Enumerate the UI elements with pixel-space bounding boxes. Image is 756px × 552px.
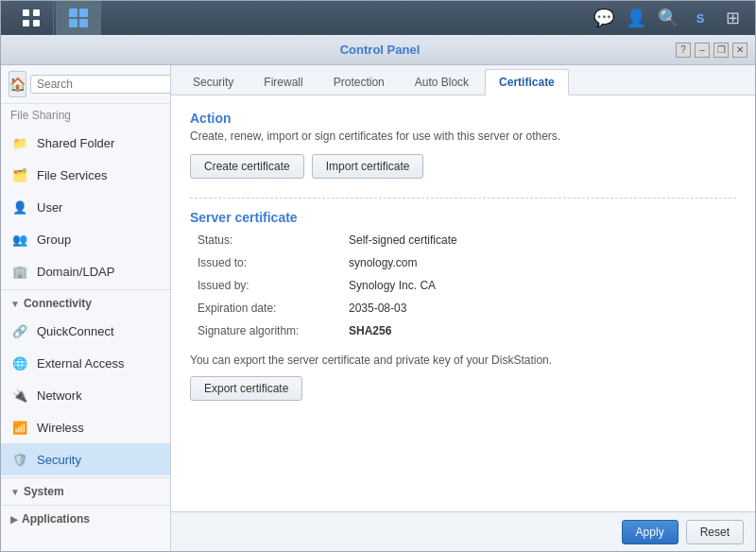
create-certificate-button[interactable]: Create certificate xyxy=(190,154,304,179)
svg-rect-0 xyxy=(23,9,29,16)
sidebar-item-file-services[interactable]: 🗂️ File Services xyxy=(1,159,170,191)
svg-rect-2 xyxy=(23,20,29,26)
action-desc: Create, renew, import or sign certificat… xyxy=(190,129,736,143)
content-body: Action Create, renew, import or sign cer… xyxy=(171,95,755,511)
svg-rect-6 xyxy=(69,19,77,27)
server-cert-title: Server certificate xyxy=(190,210,736,225)
sidebar-item-shared-folder[interactable]: 📁 Shared Folder xyxy=(1,127,170,159)
sidebar-item-security[interactable]: 🛡️ Security xyxy=(1,443,170,475)
tab-bar: Security Firewall Protection Auto Block … xyxy=(171,65,755,95)
reset-button[interactable]: Reset xyxy=(686,520,744,544)
sidebar-label-system: System xyxy=(24,485,64,498)
sidebar-label-group: Group xyxy=(37,233,71,247)
sidebar-label-quickconnect: QuickConnect xyxy=(37,324,114,338)
sidebar-label-wireless: Wireless xyxy=(37,421,84,435)
issued-by-value: Synology Inc. CA xyxy=(341,274,736,297)
sidebar-label-file-services: File Services xyxy=(37,168,107,182)
signature-label: Signature algorithm: xyxy=(190,319,341,342)
group-icon: 👥 xyxy=(10,230,29,249)
sidebar-item-wireless[interactable]: 📶 Wireless xyxy=(1,411,170,443)
apply-button[interactable]: Apply xyxy=(622,520,679,544)
sidebar-section-applications[interactable]: ▶ Applications xyxy=(1,508,170,530)
sidebar-label-connectivity: Connectivity xyxy=(24,297,92,310)
certificate-info-table: Status: Self-signed certificate Issued t… xyxy=(190,229,736,342)
main-window: 💬 👤 🔍 S ⊞ Control Panel ? – ❐ ✕ 🏠 🔍 File… xyxy=(0,0,756,552)
sidebar-item-quickconnect[interactable]: 🔗 QuickConnect xyxy=(1,315,170,347)
export-certificate-button[interactable]: Export certificate xyxy=(190,376,302,401)
sidebar-section-system[interactable]: ▼ System xyxy=(1,480,170,503)
tab-auto-block[interactable]: Auto Block xyxy=(401,69,483,95)
tab-firewall[interactable]: Firewall xyxy=(249,69,317,95)
sidebar-label-user: User xyxy=(37,200,62,215)
user-sidebar-icon: 👤 xyxy=(10,198,29,216)
window-controls: ? – ❐ ✕ xyxy=(676,43,747,58)
sidebar-item-external-access[interactable]: 🌐 External Access xyxy=(1,347,170,379)
svg-rect-4 xyxy=(69,9,77,17)
external-access-icon: 🌐 xyxy=(10,354,29,372)
sidebar-item-user[interactable]: 👤 User xyxy=(1,191,170,223)
minimize-button[interactable]: – xyxy=(695,43,710,58)
svg-rect-3 xyxy=(33,20,40,26)
table-row-signature: Signature algorithm: SHA256 xyxy=(190,319,736,342)
grid-icon xyxy=(22,9,41,27)
issued-to-label: Issued to: xyxy=(190,251,341,274)
export-note: You can export the server certificate an… xyxy=(190,354,736,367)
sidebar-section-connectivity[interactable]: ▼ Connectivity xyxy=(1,292,170,315)
file-sharing-label: File Sharing xyxy=(10,109,71,122)
svg-rect-5 xyxy=(79,9,88,17)
control-panel-icon xyxy=(68,8,89,28)
sidebar-item-group[interactable]: 👥 Group xyxy=(1,223,170,255)
tab-security[interactable]: Security xyxy=(179,69,248,95)
search-input[interactable] xyxy=(30,75,171,94)
sidebar-divider-1 xyxy=(1,289,170,290)
user-account-icon[interactable]: 👤 xyxy=(621,3,651,33)
home-button[interactable]: 🏠 xyxy=(9,71,26,97)
issued-by-label: Issued by: xyxy=(190,274,341,297)
action-buttons: Create certificate Import certificate xyxy=(190,154,736,179)
search-top-icon[interactable]: 🔍 xyxy=(653,3,683,33)
sidebar-label-applications: Applications xyxy=(22,512,90,526)
sidebar-search-bar: 🏠 🔍 xyxy=(1,65,170,104)
sidebar-label-shared-folder: Shared Folder xyxy=(37,136,114,150)
tab-protection[interactable]: Protection xyxy=(319,69,399,95)
file-services-icon: 🗂️ xyxy=(10,165,29,184)
chat-icon[interactable]: 💬 xyxy=(589,3,619,33)
restore-button[interactable]: ❐ xyxy=(713,43,729,58)
issued-to-value: synology.com xyxy=(341,251,736,274)
sidebar-item-domain[interactable]: 🏢 Domain/LDAP xyxy=(1,255,170,287)
expiration-value: 2035-08-03 xyxy=(341,297,736,319)
sidebar-label-security: Security xyxy=(37,453,81,467)
svg-rect-1 xyxy=(33,9,40,16)
footer: Apply Reset xyxy=(171,511,755,551)
sidebar-item-file-sharing[interactable]: File Sharing xyxy=(1,104,170,127)
sidebar-item-network[interactable]: 🔌 Network xyxy=(1,379,170,411)
sidebar-label-network: Network xyxy=(37,388,82,403)
tab-certificate[interactable]: Certificate xyxy=(485,69,569,95)
connectivity-arrow: ▼ xyxy=(10,299,20,309)
main-layout: 🏠 🔍 File Sharing 📁 Shared Folder 🗂️ File… xyxy=(1,65,755,551)
table-row-issued-by: Issued by: Synology Inc. CA xyxy=(190,274,736,297)
content-area: Security Firewall Protection Auto Block … xyxy=(171,65,755,551)
applications-arrow: ▶ xyxy=(10,514,18,525)
control-panel-app-button[interactable] xyxy=(56,1,101,35)
svg-rect-7 xyxy=(79,19,88,27)
apps-grid-button[interactable] xyxy=(9,1,54,35)
wireless-icon: 📶 xyxy=(10,418,29,437)
import-certificate-button[interactable]: Import certificate xyxy=(312,154,424,179)
sidebar-label-external: External Access xyxy=(37,356,125,371)
sidebar-divider-3 xyxy=(1,505,170,506)
synology-icon[interactable]: S xyxy=(685,3,715,33)
table-row-status: Status: Self-signed certificate xyxy=(190,229,736,251)
global-top-bar: 💬 👤 🔍 S ⊞ xyxy=(1,1,755,35)
system-arrow: ▼ xyxy=(10,487,20,497)
sidebar: 🏠 🔍 File Sharing 📁 Shared Folder 🗂️ File… xyxy=(1,65,171,551)
desktop-icon[interactable]: ⊞ xyxy=(717,3,747,33)
title-bar: Control Panel ? – ❐ ✕ xyxy=(1,35,755,65)
status-value: Self-signed certificate xyxy=(341,229,736,251)
help-button[interactable]: ? xyxy=(676,43,691,58)
quickconnect-icon: 🔗 xyxy=(10,321,29,340)
domain-icon: 🏢 xyxy=(10,262,29,281)
status-label: Status: xyxy=(190,229,341,251)
close-button[interactable]: ✕ xyxy=(732,43,747,58)
action-title: Action xyxy=(190,111,736,126)
